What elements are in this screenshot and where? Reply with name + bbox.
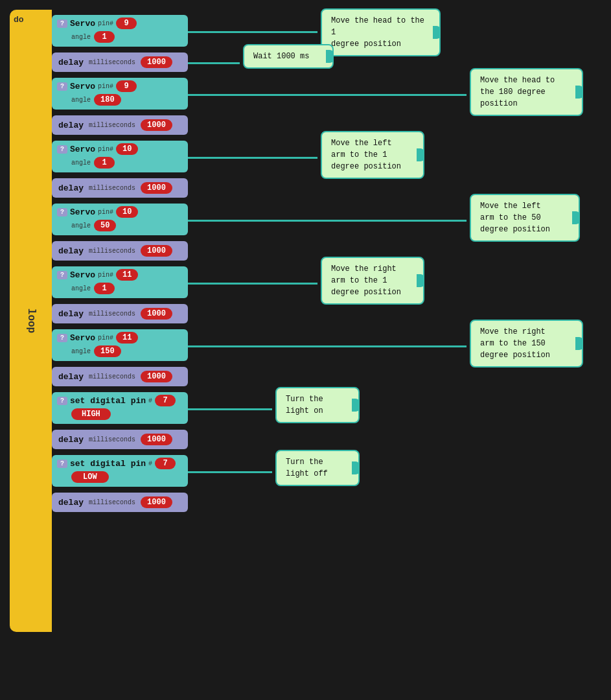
angle-label-10: angle xyxy=(71,348,91,355)
comment-0: Move the head to the 1degree position xyxy=(321,8,441,56)
servo-label-0: Servo xyxy=(70,19,95,29)
notch-6 xyxy=(572,211,580,224)
servo-block-6: ? Servo pin# 10 angle 50 Move the leftar… xyxy=(52,204,188,235)
angle-label-2: angle xyxy=(71,97,91,104)
notch-0 xyxy=(433,26,441,39)
comment-2: Move the head tothe 180 degreeposition xyxy=(470,68,583,116)
notch-4 xyxy=(417,148,424,161)
hash-label-14: # xyxy=(148,460,152,467)
notch-1 xyxy=(326,50,334,63)
ms-label-11: milliseconds xyxy=(89,373,135,380)
servo-label-10: Servo xyxy=(70,333,95,343)
comment-8: Move the rightarm to the 1degree positio… xyxy=(321,257,424,305)
delay-block-3: delay milliseconds 1000 xyxy=(52,112,188,138)
pin-label-8: pin# xyxy=(98,272,113,279)
ms-val-7[interactable]: 1000 xyxy=(141,245,172,257)
question-10[interactable]: ? xyxy=(57,334,67,342)
comment-6: Move the leftarm to the 50degree positio… xyxy=(470,194,580,242)
notch-14 xyxy=(352,461,360,474)
servo-label-2: Servo xyxy=(70,82,95,91)
do-label: do xyxy=(10,10,52,30)
delay-label-9: delay xyxy=(58,309,84,319)
angle-val-6[interactable]: 50 xyxy=(94,220,116,231)
notch-8 xyxy=(417,274,424,287)
angle-label-8: angle xyxy=(71,285,91,292)
question-4[interactable]: ? xyxy=(57,145,67,154)
ms-val-11[interactable]: 1000 xyxy=(141,371,172,382)
pin-val-8[interactable]: 11 xyxy=(116,269,138,281)
pin-label-0: pin# xyxy=(98,20,113,27)
question-0[interactable]: ? xyxy=(57,19,67,28)
pin-val-6[interactable]: 10 xyxy=(116,206,138,218)
ms-label-5: milliseconds xyxy=(89,185,135,192)
ms-label-7: milliseconds xyxy=(89,248,135,255)
pin-val-10[interactable]: 11 xyxy=(116,332,138,344)
connector-2 xyxy=(188,94,467,96)
delay-label-15: delay xyxy=(58,498,84,508)
comment-14: Turn thelight off xyxy=(275,450,360,486)
delay-block-11: delay milliseconds 1000 xyxy=(52,364,188,390)
pin-val-4[interactable]: 10 xyxy=(116,143,138,155)
delay-label-1: delay xyxy=(58,58,84,67)
comment-12: Turn thelight on xyxy=(275,387,360,423)
state-val-14[interactable]: LOW xyxy=(71,471,109,483)
ms-val-9[interactable]: 1000 xyxy=(141,308,172,320)
ms-val-5[interactable]: 1000 xyxy=(141,182,172,194)
pin-val-14[interactable]: 7 xyxy=(155,458,176,469)
ms-val-13[interactable]: 1000 xyxy=(141,434,172,445)
delay-block-9: delay milliseconds 1000 xyxy=(52,301,188,327)
connector-8 xyxy=(188,283,317,285)
pin-label-10: pin# xyxy=(98,334,113,342)
connector-4 xyxy=(188,157,317,159)
ms-val-3[interactable]: 1000 xyxy=(141,119,172,131)
ms-label-3: milliseconds xyxy=(89,122,135,129)
hash-label-12: # xyxy=(148,397,152,404)
pin-val-0[interactable]: 9 xyxy=(116,18,137,29)
angle-val-0[interactable]: 1 xyxy=(94,31,115,43)
servo-block-10: ? Servo pin# 11 angle 150 Move the right… xyxy=(52,329,188,361)
delay-label-5: delay xyxy=(58,183,84,193)
ms-label-15: milliseconds xyxy=(89,499,135,506)
question-6[interactable]: ? xyxy=(57,208,67,216)
angle-val-2[interactable]: 180 xyxy=(94,94,121,106)
angle-label-4: angle xyxy=(71,159,91,167)
question-8[interactable]: ? xyxy=(57,271,67,279)
servo-block-8: ? Servo pin# 11 angle 1 Move the rightar… xyxy=(52,266,188,298)
comment-1: Wait 1000 ms xyxy=(243,44,334,69)
connector-10 xyxy=(188,345,467,347)
ms-val-1[interactable]: 1000 xyxy=(141,56,172,68)
connector-6 xyxy=(188,220,467,222)
delay-label-7: delay xyxy=(58,246,84,256)
pin-val-12[interactable]: 7 xyxy=(155,395,176,406)
question-2[interactable]: ? xyxy=(57,82,67,91)
digital-block-14: ? set digital pin # 7 LOW Turn thelight … xyxy=(52,455,188,487)
pin-val-2[interactable]: 9 xyxy=(116,80,137,92)
servo-label-8: Servo xyxy=(70,270,95,280)
servo-block-0: ? Servo pin# 9 angle 1 Move the head to … xyxy=(52,15,188,47)
delay-block-13: delay milliseconds 1000 xyxy=(52,426,188,452)
delay-block-5: delay milliseconds 1000 xyxy=(52,175,188,201)
angle-val-8[interactable]: 1 xyxy=(94,283,115,294)
delay-block-7: delay milliseconds 1000 xyxy=(52,238,188,264)
ms-val-15[interactable]: 1000 xyxy=(141,496,172,508)
servo-label-6: Servo xyxy=(70,207,95,217)
connector-12 xyxy=(188,408,272,410)
digital-label-14: set digital pin xyxy=(70,459,146,469)
notch-12 xyxy=(352,399,360,412)
pin-label-4: pin# xyxy=(98,146,113,153)
question-14[interactable]: ? xyxy=(57,460,67,468)
servo-label-4: Servo xyxy=(70,145,95,154)
question-12[interactable]: ? xyxy=(57,397,67,405)
angle-val-4[interactable]: 1 xyxy=(94,157,115,169)
angle-label-0: angle xyxy=(71,34,91,41)
delay-label-3: delay xyxy=(58,121,84,130)
delay-label-11: delay xyxy=(58,372,84,382)
comment-4: Move the leftarm to the 1degree position xyxy=(321,131,424,179)
digital-label-12: set digital pin xyxy=(70,396,146,406)
delay-block-1: delay milliseconds 1000 Wait 1000 ms xyxy=(52,49,188,75)
state-val-12[interactable]: HIGH xyxy=(71,408,111,420)
delay-label-13: delay xyxy=(58,435,84,445)
notch-10 xyxy=(575,337,583,350)
notch-2 xyxy=(575,86,583,99)
angle-val-10[interactable]: 150 xyxy=(94,345,121,357)
